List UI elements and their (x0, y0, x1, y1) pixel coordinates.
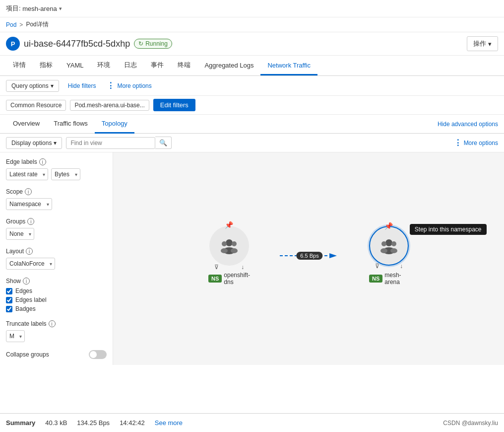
find-search-button[interactable]: 🔍 (155, 137, 172, 149)
display-options-button[interactable]: Display options ▾ (6, 137, 62, 149)
display-toolbar: Display options ▾ 🔍 ⋮ More options (0, 134, 504, 152)
groups-select[interactable]: None (6, 228, 34, 240)
query-options-button[interactable]: Query options ▾ (6, 80, 59, 92)
more-options-label: More options (117, 82, 151, 89)
status-time: 14:42:42 (120, 419, 145, 427)
attribution: CSDN @dawnsky.liu (443, 420, 498, 427)
svg-point-2 (232, 241, 237, 246)
scope-info-icon: i (25, 188, 32, 195)
pin-icon-2: 📌 (384, 222, 393, 230)
edge-labels-info-icon: i (39, 158, 46, 165)
show-section: Show i Edges Edges label Badges (6, 278, 107, 312)
tab-logs[interactable]: 日志 (117, 56, 144, 76)
more-options-right-dots-icon: ⋮ (454, 138, 462, 147)
top-bar: 项目: mesh-arena ▾ (0, 0, 504, 17)
status-data1: 40.3 kB (45, 419, 67, 427)
breadcrumb: Pod > Pod详情 (0, 17, 504, 32)
content-wrapper: Overview Traffic flows Topology Hide adv… (0, 115, 504, 365)
edges-label-label: Edges label (15, 296, 47, 303)
status-badge: ↻ Running (134, 39, 172, 49)
arrow-icon-1: ↓ (241, 264, 244, 271)
display-and-main: Edge labels i Latest rate Bytes (0, 152, 504, 365)
topology-container: 📌 ⊽ ↓ NS open (208, 226, 409, 286)
edges-label-checkbox-row: Edges label (6, 296, 107, 303)
toolbar: Query options ▾ Hide filters ⋮ More opti… (0, 76, 504, 96)
collapse-groups-toggle[interactable] (89, 350, 107, 359)
layout-select-wrapper: ColaNoForce (6, 258, 55, 270)
sub-tab-overview[interactable]: Overview (6, 115, 47, 134)
breadcrumb-parent[interactable]: Pod (6, 21, 16, 28)
summary-label: Summary (6, 419, 35, 427)
sub-tab-traffic-flows[interactable]: Traffic flows (47, 115, 95, 134)
ns-badge-2: NS (369, 275, 382, 283)
project-name: mesh-arena (22, 5, 57, 12)
edge-label: 6.5 Bps (296, 252, 322, 260)
actions-button[interactable]: 操作 ▾ (467, 36, 498, 51)
scope-section: Scope i Namespace (6, 188, 107, 210)
tab-aggregated-logs[interactable]: Aggregated Logs (197, 57, 260, 75)
truncate-labels-select[interactable]: M (6, 330, 25, 342)
scope-label: Scope i (6, 188, 107, 195)
node-mesh-arena-badge-row: NS mesh-arena (369, 272, 409, 286)
status-data2: 134.25 Bps (77, 419, 110, 427)
tab-terminal[interactable]: 终端 (171, 56, 197, 76)
node-openshift-dns[interactable]: 📌 ⊽ ↓ NS open (208, 226, 250, 286)
more-options-button[interactable]: ⋮ More options (105, 79, 153, 92)
resource-name: ui-base-64477fb5cd-5dxhp (24, 39, 130, 49)
hide-advanced-options-button[interactable]: Hide advanced options (438, 121, 498, 128)
display-options-label: Display options (11, 140, 52, 146)
svg-point-10 (391, 241, 396, 246)
tab-events[interactable]: 事件 (144, 56, 171, 76)
find-in-view-input[interactable] (66, 137, 155, 149)
project-dropdown-arrow[interactable]: ▾ (59, 5, 62, 12)
truncate-labels-section: Truncate labels i M (6, 320, 107, 342)
bytes-select[interactable]: Bytes (51, 168, 80, 180)
find-in-view-wrapper: 🔍 (66, 137, 172, 149)
latest-rate-select[interactable]: Latest rate (6, 168, 48, 180)
see-more-button[interactable]: See more (155, 419, 183, 427)
tab-network-traffic[interactable]: Network Traffic (260, 57, 317, 75)
edges-checkbox[interactable] (6, 288, 12, 294)
more-options-dots-icon: ⋮ (107, 81, 115, 90)
groups-label: Groups i (6, 218, 107, 225)
show-label: Show i (6, 278, 107, 285)
tab-yaml[interactable]: YAML (60, 57, 90, 75)
group-icon-2 (379, 236, 399, 256)
sub-tab-topology[interactable]: Topology (95, 115, 134, 134)
collapse-groups-row: Collapse groups (6, 350, 107, 359)
breadcrumb-current: Pod详情 (26, 20, 48, 29)
node-mesh-arena-circle[interactable]: 📌 ⊽ ↓ Step into this namespace (369, 226, 409, 266)
layout-section: Layout i ColaNoForce (6, 248, 107, 270)
edges-label-checkbox[interactable] (6, 297, 12, 303)
running-spinner-icon: ↻ (138, 40, 143, 47)
resource-icon: P (6, 37, 20, 51)
common-resource-tag: Common Resource (6, 100, 66, 111)
left-panel: Edge labels i Latest rate Bytes (0, 152, 113, 365)
edit-filters-button[interactable]: Edit filters (153, 99, 195, 111)
tab-metrics[interactable]: 指标 (33, 56, 60, 76)
sub-tabs-right: Hide advanced options (438, 115, 498, 133)
ns-badge-1: NS (208, 275, 222, 283)
filter-icon-1: ⊽ (214, 264, 219, 271)
svg-marker-7 (329, 253, 337, 258)
node-openshift-dns-circle[interactable]: 📌 ⊽ ↓ (209, 226, 249, 266)
svg-point-4 (221, 248, 228, 253)
scope-select[interactable]: Namespace (6, 198, 52, 210)
more-options-right-button[interactable]: ⋮ More options (454, 138, 498, 147)
topology-edge: 6.5 Bps (280, 248, 339, 263)
node-mesh-arena-label: mesh-arena (384, 272, 409, 286)
node-mesh-arena[interactable]: 📌 ⊽ ↓ Step into this namespace (369, 226, 409, 286)
badges-checkbox[interactable] (6, 306, 12, 312)
status-text: Running (145, 40, 168, 47)
edges-label: Edges (15, 288, 32, 294)
tab-env[interactable]: 环境 (90, 56, 117, 76)
groups-select-wrapper: None (6, 228, 34, 240)
hide-filters-button[interactable]: Hide filters (63, 80, 101, 91)
tab-details[interactable]: 详情 (6, 56, 33, 76)
svg-point-13 (390, 248, 397, 253)
layout-select[interactable]: ColaNoForce (6, 258, 55, 270)
more-options-right-label: More options (464, 140, 498, 146)
show-info-icon: i (23, 278, 30, 285)
edges-checkbox-row: Edges (6, 288, 107, 294)
badges-label: Badges (15, 305, 36, 312)
